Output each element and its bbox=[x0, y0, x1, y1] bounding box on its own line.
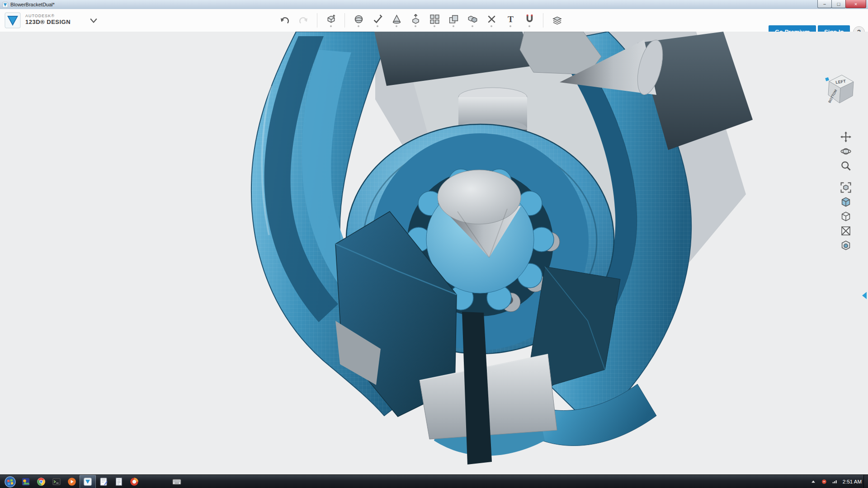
view-cube[interactable]: LEFT BOTTOM bbox=[824, 70, 860, 113]
window-icon bbox=[2, 2, 8, 8]
pattern-dropdown-indicator bbox=[434, 25, 435, 27]
window-controls: −□× bbox=[818, 0, 866, 8]
fit-view-icon bbox=[840, 182, 851, 193]
panel-collapse-arrow[interactable] bbox=[862, 292, 867, 299]
photos-app-icon bbox=[21, 477, 30, 486]
maximize-button[interactable]: □ bbox=[831, 0, 846, 8]
notepad[interactable] bbox=[111, 475, 127, 488]
material-icon bbox=[552, 15, 562, 26]
undo-icon bbox=[279, 15, 290, 26]
undo-button[interactable] bbox=[275, 10, 294, 31]
zoom-button[interactable] bbox=[840, 160, 852, 172]
material-render-icon bbox=[840, 240, 851, 251]
pattern-button[interactable] bbox=[425, 10, 444, 31]
notepad-icon bbox=[114, 477, 123, 486]
viewcube-home-marker[interactable] bbox=[825, 77, 829, 81]
photos-app[interactable] bbox=[18, 475, 33, 488]
journal-icon bbox=[99, 477, 108, 486]
hide-sketches-icon bbox=[840, 225, 851, 236]
construct-button[interactable] bbox=[387, 10, 406, 31]
text-icon: T bbox=[505, 14, 516, 24]
snap-icon bbox=[524, 14, 535, 24]
orbit-icon bbox=[840, 146, 851, 157]
start-button[interactable] bbox=[2, 475, 18, 488]
chrome-icon bbox=[37, 477, 46, 486]
view-visibility-icon bbox=[840, 211, 851, 222]
window-title: BlowerBracketDual* bbox=[10, 2, 55, 7]
chrome[interactable] bbox=[33, 475, 49, 488]
journal[interactable] bbox=[96, 475, 111, 488]
transform-button[interactable] bbox=[349, 10, 368, 31]
system-tray: 2:51 AM bbox=[810, 475, 862, 488]
snap-button[interactable] bbox=[520, 10, 539, 31]
toolbar-separator bbox=[317, 13, 317, 28]
show-hidden-icons[interactable] bbox=[810, 479, 816, 485]
transform-icon bbox=[354, 14, 364, 24]
123d-logo-icon bbox=[5, 12, 21, 28]
console-icon bbox=[52, 477, 61, 486]
modify-icon bbox=[410, 14, 421, 24]
redo-icon bbox=[298, 15, 309, 26]
construct-icon bbox=[392, 14, 402, 24]
window-titlebar: BlowerBracketDual* −□× bbox=[0, 0, 868, 9]
brand-block: AUTODESK® 123D® DESIGN bbox=[25, 14, 71, 26]
viewport-canvas[interactable]: LEFT BOTTOM Snap : 1 Units : mm bbox=[0, 32, 868, 474]
modify-dropdown-indicator bbox=[415, 25, 416, 27]
material-button[interactable] bbox=[547, 10, 566, 31]
view-visibility-button[interactable] bbox=[840, 211, 852, 223]
sketch-icon bbox=[373, 14, 383, 24]
measure-dropdown-indicator bbox=[491, 25, 492, 27]
network-icon bbox=[832, 479, 838, 485]
browser-icon bbox=[130, 477, 139, 486]
hide-sketches-button[interactable] bbox=[840, 225, 852, 237]
text-button[interactable]: T bbox=[501, 10, 520, 31]
pan-button[interactable] bbox=[840, 131, 852, 143]
grouping-icon bbox=[448, 14, 459, 24]
construct-dropdown-indicator bbox=[396, 25, 397, 27]
tray-app[interactable] bbox=[821, 479, 827, 485]
on-screen-keyboard[interactable] bbox=[169, 475, 184, 488]
start-button-icon bbox=[5, 476, 16, 488]
show-desktop-button[interactable] bbox=[863, 475, 868, 488]
123d-design[interactable] bbox=[80, 475, 96, 488]
show-hidden-icons-icon bbox=[810, 479, 816, 485]
combine-button[interactable] bbox=[463, 10, 482, 31]
brand-123d-design: 123D® DESIGN bbox=[25, 19, 71, 26]
view-navigation-toolbar bbox=[838, 130, 854, 253]
browser[interactable] bbox=[127, 475, 142, 488]
primitives-icon bbox=[326, 14, 336, 24]
minimize-button[interactable]: − bbox=[817, 0, 832, 8]
snap-dropdown-indicator bbox=[528, 25, 530, 27]
view-shading-icon bbox=[840, 197, 851, 207]
modify-button[interactable] bbox=[406, 10, 425, 31]
transform-dropdown-indicator bbox=[358, 25, 359, 27]
measure-button[interactable] bbox=[482, 10, 501, 31]
grouping-button[interactable] bbox=[444, 10, 463, 31]
network[interactable] bbox=[832, 479, 838, 485]
screen: BlowerBracketDual* −□× AUTODESK® 123D® D… bbox=[0, 0, 868, 488]
redo-button[interactable] bbox=[294, 10, 313, 31]
main-toolbar: T bbox=[275, 9, 566, 32]
media-player-icon bbox=[67, 477, 76, 486]
fit-view-button[interactable] bbox=[840, 182, 852, 194]
taskbar-clock[interactable]: 2:51 AM bbox=[843, 479, 862, 484]
orbit-button[interactable] bbox=[840, 146, 852, 158]
on-screen-keyboard-icon bbox=[172, 477, 181, 486]
media-player[interactable] bbox=[64, 475, 80, 488]
material-render-button[interactable] bbox=[840, 240, 852, 252]
sketch-button[interactable] bbox=[368, 10, 387, 31]
taskbar-apps bbox=[2, 475, 184, 488]
measure-icon bbox=[486, 14, 497, 24]
123d-design-icon bbox=[83, 477, 92, 486]
console[interactable] bbox=[49, 475, 64, 488]
app-menu-chevron-icon[interactable] bbox=[90, 17, 98, 24]
3d-model[interactable] bbox=[0, 32, 868, 474]
zoom-icon bbox=[840, 160, 851, 171]
combine-icon bbox=[467, 14, 478, 24]
primitives-button[interactable] bbox=[321, 10, 340, 31]
primitives-dropdown-indicator bbox=[330, 25, 332, 27]
view-shading-button[interactable] bbox=[840, 197, 852, 208]
combine-dropdown-indicator bbox=[472, 25, 473, 27]
tray-app-icon bbox=[821, 479, 827, 485]
close-button[interactable]: × bbox=[845, 0, 866, 8]
